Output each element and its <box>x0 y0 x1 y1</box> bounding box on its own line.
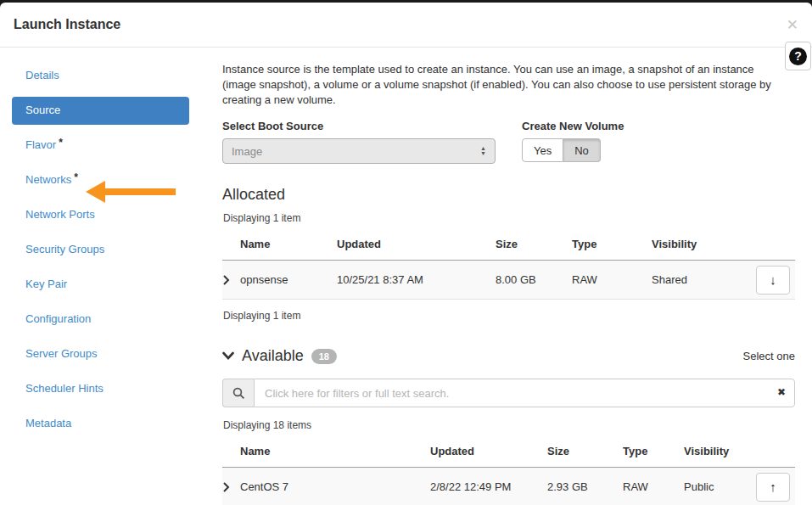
chevron-down-icon[interactable] <box>222 350 234 362</box>
allocated-table: Name Updated Size Type Visibility opnsen… <box>222 231 795 300</box>
row-updated: 10/25/21 8:37 AM <box>337 273 496 286</box>
search-icon[interactable] <box>222 379 254 407</box>
col-name: Name <box>240 238 337 250</box>
sidebar-item-network-ports[interactable]: Network Ports <box>12 201 189 229</box>
boot-source-value: Image <box>232 145 262 158</box>
dropdown-caret-icon: ▲▼ <box>480 146 486 156</box>
wizard-sidebar: Details Source Flavor* Networks* Network… <box>0 48 201 505</box>
deallocate-button[interactable]: ↓ <box>756 266 790 295</box>
sidebar-item-scheduler-hints[interactable]: Scheduler Hints <box>12 375 189 403</box>
available-count: Displaying 18 items <box>223 419 795 431</box>
row-name: opnsense <box>240 273 337 286</box>
col-size: Size <box>496 238 572 250</box>
col-visibility: Visibility <box>684 445 743 457</box>
col-updated: Updated <box>430 445 547 457</box>
up-arrow-icon: ↑ <box>770 480 776 494</box>
row-visibility: Shared <box>652 273 745 286</box>
required-asterisk: * <box>59 137 63 149</box>
boot-source-label: Select Boot Source <box>222 120 496 132</box>
allocated-table-header: Name Updated Size Type Visibility <box>222 231 795 261</box>
orange-callout-arrow-icon <box>86 181 176 203</box>
allocated-heading: Allocated <box>222 186 795 204</box>
close-icon[interactable]: ✕ <box>787 18 798 32</box>
available-table: Name Updated Size Type Visibility CentOS… <box>222 438 795 505</box>
boot-source-form-row: Select Boot Source Image ▲▼ Create New V… <box>222 120 795 164</box>
modal-body: Details Source Flavor* Networks* Network… <box>0 48 812 505</box>
available-table-header: Name Updated Size Type Visibility <box>222 438 795 468</box>
col-name: Name <box>240 445 430 457</box>
sidebar-item-server-groups[interactable]: Server Groups <box>12 340 189 368</box>
row-name: CentOS 7 <box>240 480 430 493</box>
boot-source-group: Select Boot Source Image ▲▼ <box>222 120 496 164</box>
sidebar-item-configuration[interactable]: Configuration <box>12 306 189 334</box>
allocated-footer-count: Displaying 1 item <box>223 310 795 322</box>
col-type: Type <box>623 445 684 457</box>
modal-header: Launch Instance ✕ <box>0 3 812 48</box>
source-step-content: Instance source is the template used to … <box>201 48 812 505</box>
create-volume-no-button[interactable]: No <box>563 138 601 162</box>
col-visibility: Visibility <box>652 238 745 250</box>
col-size: Size <box>547 445 623 457</box>
help-button[interactable]: ? <box>785 42 811 70</box>
create-volume-toggle: Yes No <box>522 138 601 162</box>
chevron-right-icon[interactable] <box>222 275 240 285</box>
create-volume-yes-button[interactable]: Yes <box>522 138 563 162</box>
launch-instance-modal: Launch Instance ✕ ? Details Source Flavo… <box>0 3 812 505</box>
sidebar-item-flavor[interactable]: Flavor* <box>12 132 189 160</box>
source-description: Instance source is the template used to … <box>222 62 778 108</box>
search-input[interactable] <box>254 379 795 407</box>
create-volume-group: Create New Volume Yes No <box>522 120 624 164</box>
required-asterisk: * <box>74 171 78 183</box>
row-size: 2.93 GB <box>547 480 623 493</box>
col-updated: Updated <box>337 238 496 250</box>
select-one-hint: Select one <box>743 350 795 362</box>
row-size: 8.00 GB <box>496 273 572 286</box>
clear-search-icon[interactable]: ✖ <box>777 387 786 397</box>
sidebar-item-key-pair[interactable]: Key Pair <box>12 271 189 299</box>
boot-source-select[interactable]: Image ▲▼ <box>222 138 496 164</box>
sidebar-item-metadata[interactable]: Metadata <box>12 410 189 438</box>
available-count-badge: 18 <box>311 349 337 364</box>
available-title: Available <box>242 347 304 365</box>
row-visibility: Public <box>684 480 743 493</box>
table-row-opnsense[interactable]: opnsense 10/25/21 8:37 AM 8.00 GB RAW Sh… <box>222 261 795 300</box>
available-header: Available 18 Select one <box>222 347 795 365</box>
table-row-centos-7[interactable]: CentOS 7 2/8/22 12:49 PM 2.93 GB RAW Pub… <box>222 468 795 505</box>
sidebar-item-security-groups[interactable]: Security Groups <box>12 236 189 264</box>
create-volume-label: Create New Volume <box>522 120 624 132</box>
allocate-button[interactable]: ↑ <box>756 473 790 502</box>
modal-title: Launch Instance <box>14 17 120 32</box>
row-type: RAW <box>623 480 684 493</box>
available-search-bar: ✖ <box>222 379 795 407</box>
row-type: RAW <box>572 273 652 286</box>
allocated-count: Displaying 1 item <box>223 212 795 224</box>
sidebar-item-source[interactable]: Source <box>12 97 189 125</box>
sidebar-item-details[interactable]: Details <box>12 62 189 90</box>
chevron-right-icon[interactable] <box>222 482 240 492</box>
col-type: Type <box>572 238 652 250</box>
question-mark-icon: ? <box>789 48 807 65</box>
row-updated: 2/8/22 12:49 PM <box>430 480 547 493</box>
down-arrow-icon: ↓ <box>770 272 776 287</box>
